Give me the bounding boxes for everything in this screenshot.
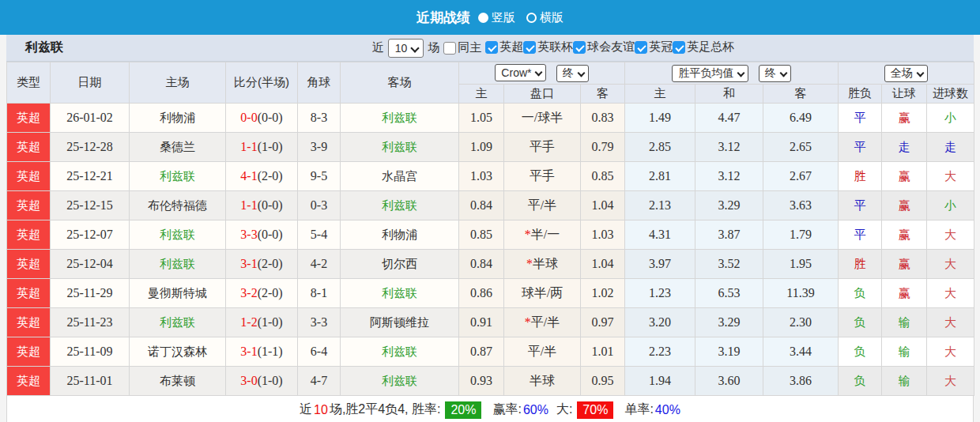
col-header-score: 比分(半场) (226, 62, 298, 104)
table-row: 英超 26-01-02 利物浦 0-0(0-0) 8-3 利兹联 1.05 一/… (7, 104, 974, 133)
table-row: 英超 25-12-04 利兹联 3-1(2-0) 4-2 切尔西 0.84 *半… (7, 250, 974, 279)
odds-away: 2.65 (763, 133, 839, 162)
single-rate-label: 单率: (624, 401, 653, 418)
odds-home: 4.31 (625, 220, 695, 250)
league-checkbox[interactable] (523, 41, 536, 54)
handicap-line: *半/一 (504, 220, 581, 250)
subheader-handicap-result: 让球 (882, 85, 927, 104)
league-checkbox[interactable] (485, 41, 498, 54)
league-badge: 英超 (7, 133, 51, 162)
league-badge: 英超 (7, 162, 51, 191)
league-label: 英联杯 (537, 40, 573, 55)
subheader-handicap-home: 主 (459, 85, 504, 104)
match-result: 负 (839, 279, 882, 308)
league-filter[interactable]: 英足总杯 (673, 40, 734, 55)
goals-result: 大 (927, 220, 974, 250)
table-row: 英超 25-11-23 利兹联 1-2(1-0) 3-3 阿斯顿维拉 0.91 … (7, 308, 974, 337)
recent-count-select[interactable]: 10 (388, 39, 424, 58)
handicap-away-odds: 1.01 (581, 337, 625, 367)
same-home-filter[interactable]: 同主 (443, 40, 481, 55)
league-filter[interactable]: 英联杯 (523, 40, 573, 55)
subheader-handicap-away: 客 (581, 85, 625, 104)
radio-vertical-layout[interactable]: 竖版 (478, 10, 515, 25)
col-header-away: 客场 (341, 62, 459, 104)
table-row: 英超 25-12-28 桑德兰 1-1(1-0) 3-9 利兹联 1.09 平手… (7, 133, 974, 162)
same-home-checkbox[interactable] (443, 42, 456, 55)
handicap-away-odds: 1.04 (581, 250, 625, 279)
goals-result: 大 (927, 337, 974, 367)
odds-home: 2.13 (625, 191, 695, 220)
league-filter[interactable]: 英超 (485, 40, 523, 55)
team-name: 利兹联 (25, 40, 63, 56)
odds-time-select[interactable]: 终 (759, 65, 791, 82)
handicap-result: 输 (882, 367, 927, 396)
handicap-away-odds: 0.79 (581, 133, 625, 162)
subheader-handicap-line: 盘口 (504, 85, 581, 104)
handicap-result: 赢 (882, 220, 927, 250)
subheader-odds-draw: 和 (695, 85, 763, 104)
score-cell: 4-1(2-0) (226, 162, 298, 191)
same-home-label: 同主 (458, 40, 481, 55)
handicap-result: 赢 (882, 250, 927, 279)
league-checkbox[interactable] (573, 41, 586, 54)
summary-count: 10 (314, 403, 328, 417)
fulltime-select[interactable]: 全场 (884, 65, 928, 82)
handicap-home-odds: 0.87 (459, 337, 504, 367)
home-team: 桑德兰 (130, 133, 226, 162)
radio-selected-icon[interactable] (478, 13, 488, 23)
matches-label: 场 (428, 40, 439, 55)
table-row: 英超 25-12-21 利兹联 4-1(2-0) 9-5 水晶宫 1.03 平手… (7, 162, 974, 191)
subheader-odds-away: 客 (763, 85, 839, 104)
radio-horizontal-layout[interactable]: 横版 (526, 10, 564, 25)
recent-label: 近 (372, 40, 384, 55)
corner-score: 0-3 (298, 191, 341, 220)
handicap-rate-label: 赢率: (492, 401, 521, 418)
handicap-result: 赢 (882, 279, 927, 308)
handicap-line: 平手 (504, 162, 581, 191)
handicap-result: 赢 (882, 104, 927, 133)
odds-average-select[interactable]: 胜平负均值 (672, 65, 748, 82)
titlebar: 近期战绩 竖版 横版 (0, 0, 980, 35)
handicap-time-select[interactable]: 终 (556, 65, 589, 82)
radio-unselected-icon[interactable] (526, 13, 537, 23)
odds-away: 3.44 (763, 337, 839, 367)
odds-away: 1.79 (763, 220, 839, 250)
match-date: 25-11-01 (51, 367, 130, 396)
table-row: 英超 25-11-29 曼彻斯特城 3-2(2-0) 8-1 利兹联 0.86 … (7, 279, 974, 308)
league-checkbox[interactable] (673, 41, 685, 54)
home-team: 诺丁汉森林 (130, 337, 226, 367)
home-team: 利兹联 (130, 162, 226, 191)
odds-draw: 3.29 (695, 308, 763, 337)
odds-home: 2.85 (625, 133, 695, 162)
summary-prefix: 近 (300, 401, 312, 418)
score-cell: 3-3(0-0) (226, 220, 298, 250)
radio-horizontal-label: 横版 (540, 10, 564, 25)
home-team: 曼彻斯特城 (130, 279, 226, 308)
match-date: 25-11-09 (51, 337, 130, 367)
handicap-rate-value: 60% (523, 403, 548, 417)
league-checkbox[interactable] (635, 41, 647, 54)
away-team: 利物浦 (341, 220, 459, 250)
table-row: 英超 25-12-15 布伦特福德 1-1(0-0) 0-3 利兹联 0.84 … (7, 191, 974, 220)
handicap-home-odds: 0.93 (459, 367, 504, 396)
handicap-away-odds: 0.97 (581, 308, 625, 337)
handicap-away-odds: 0.85 (581, 162, 625, 191)
odds-draw: 3.87 (695, 220, 763, 250)
home-team: 布莱顿 (130, 367, 226, 396)
league-filters: 英超英联杯球会友谊英冠英足总杯 (485, 40, 734, 56)
league-filter[interactable]: 球会友谊 (573, 40, 635, 55)
home-team: 利兹联 (130, 250, 226, 279)
match-date: 25-12-07 (51, 220, 130, 250)
subheader-odds-home: 主 (625, 85, 695, 104)
league-filter[interactable]: 英冠 (635, 40, 673, 55)
handicap-select-group: Crow* 终 (459, 62, 625, 85)
handicap-home-odds: 1.09 (459, 133, 504, 162)
subheader-goals: 进球数 (927, 85, 974, 104)
handicap-line: 球半/两 (504, 279, 581, 308)
corner-score: 5-4 (298, 220, 341, 250)
recent-count-value: 10 (395, 42, 408, 55)
score-cell: 3-1(2-0) (226, 250, 298, 279)
bookmaker-select[interactable]: Crow* (495, 64, 546, 81)
page-title: 近期战绩 (416, 9, 470, 27)
goals-result: 大 (927, 279, 974, 308)
